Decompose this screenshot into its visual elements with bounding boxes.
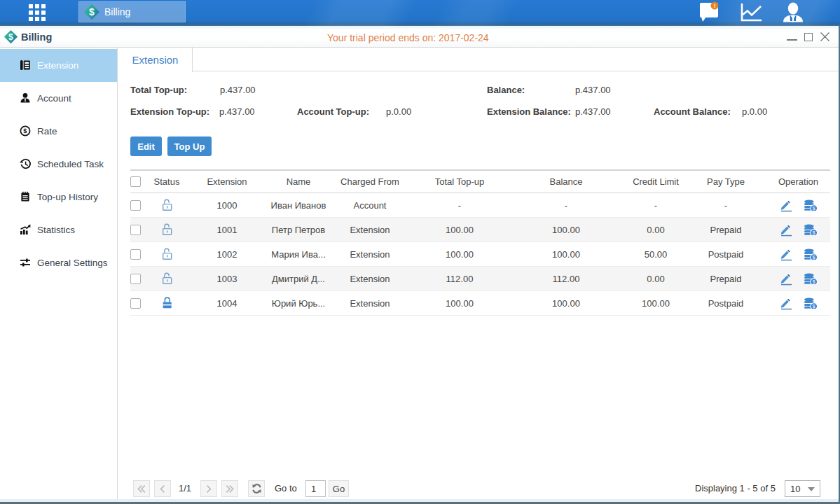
svg-text:!: ! (714, 3, 716, 9)
svg-text:$: $ (23, 127, 27, 134)
svg-text:$: $ (8, 32, 13, 42)
svg-text:$: $ (89, 6, 95, 18)
